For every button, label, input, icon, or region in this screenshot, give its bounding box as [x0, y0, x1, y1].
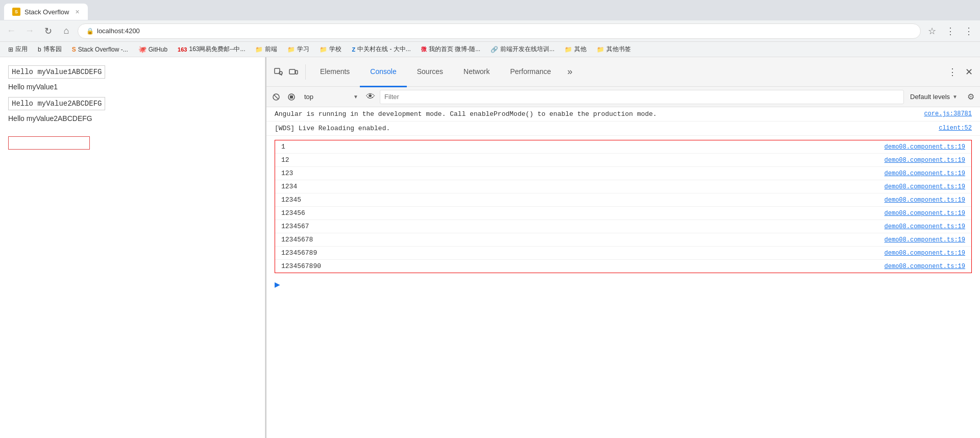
devtools-action-buttons: ⋮ ✕ — [945, 63, 976, 81]
bookmark-qitashujian[interactable]: 📁 其他书签 — [593, 44, 635, 55]
log-row: 12345demo08.component.ts:19 — [275, 193, 971, 207]
clear-console-button[interactable] — [270, 90, 283, 104]
stop-logging-button[interactable] — [285, 90, 298, 104]
bookmark-qianduan[interactable]: 📁 前端 — [251, 44, 281, 55]
bookmark-xuexi[interactable]: 📁 学习 — [283, 44, 313, 55]
bookmark-apps[interactable]: ⊞ 应用 — [4, 44, 32, 55]
svg-line-6 — [274, 95, 278, 99]
bookmark-weibo[interactable]: 微 我的首页 微博-随... — [417, 44, 484, 55]
svg-rect-4 — [296, 70, 298, 74]
console-settings-button[interactable]: ⚙ — [965, 89, 977, 104]
console-msg-angular-link[interactable]: core.js:38781 — [924, 110, 972, 117]
log-row: 123456789demo08.component.ts:19 — [275, 247, 971, 260]
log-value: 123456789 — [281, 249, 885, 257]
app-input[interactable]: 1234567890 — [8, 136, 90, 150]
log-link[interactable]: demo08.component.ts:19 — [885, 223, 965, 230]
app-text-block-3: Hello myValue2ABCDEFG — [8, 97, 105, 110]
home-button[interactable]: ⌂ — [59, 24, 74, 38]
log-value: 123456 — [281, 209, 885, 217]
lock-icon: 🔒 — [86, 28, 94, 35]
log-group-box: 1demo08.component.ts:1912demo08.componen… — [275, 140, 972, 273]
bookmark-bokeyuan[interactable]: b 博客园 — [34, 44, 66, 55]
log-row: 123456demo08.component.ts:19 — [275, 207, 971, 220]
log-link[interactable]: demo08.component.ts:19 — [885, 197, 965, 204]
reload-button[interactable]: ↻ — [41, 24, 55, 38]
log-link[interactable]: demo08.component.ts:19 — [885, 183, 965, 190]
bookmarks-bar: ⊞ 应用 b 博客园 S Stack Overflow -... 🐙 GitHu… — [0, 42, 980, 57]
console-msg-angular-text: Angular is running in the development mo… — [275, 110, 924, 118]
tab-network[interactable]: Network — [453, 58, 500, 87]
svg-rect-3 — [289, 69, 295, 74]
svg-rect-8 — [290, 95, 293, 99]
log-link[interactable]: demo08.component.ts:19 — [885, 210, 965, 217]
devtools-more-options-button[interactable]: ⋮ — [945, 63, 960, 81]
log-row: 1demo08.component.ts:19 — [275, 140, 971, 154]
forward-button[interactable]: → — [22, 24, 37, 38]
tab-title: Stack Overflow — [24, 8, 69, 16]
log-value: 1234567890 — [281, 262, 885, 270]
menu-button[interactable]: ⋮ — [962, 24, 976, 38]
log-link[interactable]: demo08.component.ts:19 — [885, 143, 965, 151]
log-link[interactable]: demo08.component.ts:19 — [885, 263, 965, 270]
bookmark-qianduanpeixun[interactable]: 🔗 前端开发在线培训... — [486, 44, 558, 55]
app-text-4: Hello myValue2ABCDEFG — [8, 114, 257, 123]
app-panel: Hello myValue1ABCDEFG Hello myValue1 Hel… — [0, 57, 265, 438]
console-toolbar: top ▼ 👁 Default levels ▼ ⚙ — [266, 87, 980, 107]
console-msg-wds: [WDS] Live Reloading enabled. client:52 — [266, 121, 980, 136]
log-row: 1234567890demo08.component.ts:19 — [275, 260, 971, 273]
log-link[interactable]: demo08.component.ts:19 — [885, 250, 965, 257]
log-link[interactable]: demo08.component.ts:19 — [885, 170, 965, 177]
filter-input[interactable] — [380, 90, 904, 104]
log-value: 12345 — [281, 196, 885, 204]
tab-performance[interactable]: Performance — [500, 58, 561, 87]
console-msg-wds-link[interactable]: client:52 — [939, 125, 972, 132]
devtools-panel: Elements Console Sources Network Perform… — [265, 57, 980, 438]
log-row: 123demo08.component.ts:19 — [275, 167, 971, 180]
bookmark-github[interactable]: 🐙 GitHub — [134, 44, 172, 54]
bookmark-button[interactable]: ☆ — [925, 24, 939, 38]
level-select-wrapper: Default levels ▼ — [906, 90, 961, 104]
bookmark-stackoverflow[interactable]: S Stack Overflow -... — [68, 45, 132, 54]
devtools-close-button[interactable]: ✕ — [962, 63, 976, 81]
console-prompt: ▶ — [266, 277, 980, 291]
eye-button[interactable]: 👁 — [363, 89, 378, 105]
tab-separator — [305, 64, 306, 80]
more-tabs-button[interactable]: » — [564, 64, 577, 79]
console-msg-wds-text: [WDS] Live Reloading enabled. — [275, 125, 939, 132]
context-select-wrapper: top ▼ — [300, 90, 361, 104]
tab-close-button[interactable]: × — [75, 8, 79, 16]
log-value: 12345678 — [281, 236, 885, 244]
console-msg-angular: Angular is running in the development mo… — [266, 107, 980, 121]
log-value: 1234 — [281, 183, 885, 190]
log-link[interactable]: demo08.component.ts:19 — [885, 157, 965, 164]
responsive-button[interactable] — [286, 64, 301, 80]
log-link[interactable]: demo08.component.ts:19 — [885, 236, 965, 244]
extensions-button[interactable]: ⋮ — [943, 24, 958, 38]
prompt-arrow-icon: ▶ — [275, 280, 280, 288]
console-content: Angular is running in the development mo… — [266, 107, 980, 438]
log-value: 1234567 — [281, 223, 885, 230]
tab-sources[interactable]: Sources — [407, 58, 453, 87]
address-bar[interactable]: 🔒 localhost:4200 — [78, 23, 921, 39]
log-value: 12 — [281, 156, 885, 164]
back-button[interactable]: ← — [4, 24, 18, 38]
app-text-2: Hello myValue1 — [8, 83, 257, 91]
tab-favicon: S — [12, 8, 20, 16]
browser-tab[interactable]: S Stack Overflow × — [4, 4, 88, 20]
level-select[interactable]: Default levels — [906, 90, 961, 104]
log-row: 12demo08.component.ts:19 — [275, 154, 971, 167]
log-value: 1 — [281, 143, 885, 151]
log-row: 1234demo08.component.ts:19 — [275, 180, 971, 193]
inspect-element-button[interactable] — [271, 64, 286, 80]
context-select[interactable]: top — [300, 90, 361, 104]
bookmark-xuexiao[interactable]: 📁 学校 — [315, 44, 346, 55]
app-text-block-1: Hello myValue1ABCDEFG — [8, 65, 105, 79]
navigation-bar: ← → ↻ ⌂ 🔒 localhost:4200 ☆ ⋮ ⋮ — [0, 20, 980, 42]
bookmark-163[interactable]: 163 163网易免费邮--中... — [174, 44, 249, 55]
tab-elements[interactable]: Elements — [310, 58, 360, 87]
log-value: 123 — [281, 169, 885, 177]
tab-console[interactable]: Console — [360, 58, 406, 87]
bookmark-zhongguancun[interactable]: Z 中关村在线 - 大中... — [348, 44, 414, 55]
log-row: 1234567demo08.component.ts:19 — [275, 220, 971, 233]
bookmark-qita[interactable]: 📁 其他 — [560, 44, 591, 55]
